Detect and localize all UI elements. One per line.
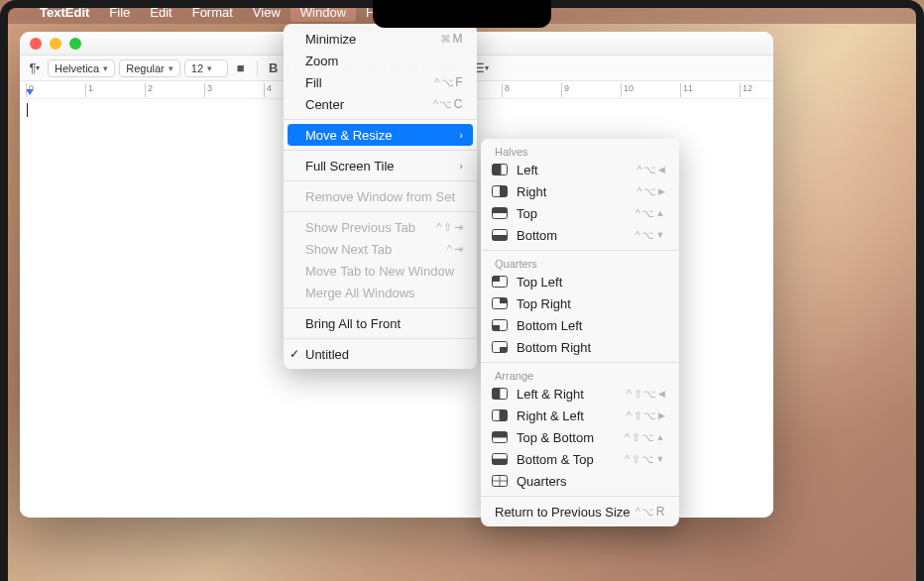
shortcut-label: ^⇧⌥▲ [625, 431, 665, 444]
ruler-tick: 11 [680, 83, 693, 97]
half-left-icon [491, 163, 509, 176]
quarters-icon [491, 474, 509, 488]
shortcut-label: ^⇥ [447, 243, 463, 256]
menu-item-remove-window-from-set: Remove Window from Set [284, 185, 477, 207]
shortcut-label: ^⌥▶ [636, 185, 665, 198]
submenu-item-top[interactable]: Top^⌥▲ [481, 202, 679, 224]
menu-edit[interactable]: Edit [140, 3, 181, 22]
ruler-tick: 12 [740, 83, 752, 97]
menu-format[interactable]: Format [182, 3, 243, 22]
menu-item-center[interactable]: Center^⌥C [284, 93, 477, 115]
submenu-item-quarters[interactable]: Quarters [481, 470, 679, 492]
font-family-select[interactable]: Helvetica▾ [48, 59, 115, 77]
menu-item-minimize[interactable]: Minimize⌘M [284, 28, 477, 50]
shortcut-label: ^⌥R [635, 505, 665, 519]
submenu-section-halves: Halves [481, 143, 679, 159]
menu-view[interactable]: View [243, 3, 290, 22]
menu-item-zoom[interactable]: Zoom [284, 50, 477, 71]
submenu-item-bottom-right[interactable]: Bottom Right [481, 336, 679, 358]
font-weight-label: Regular [126, 62, 165, 74]
shortcut-label: ^⌥▲ [635, 207, 665, 220]
text-cursor [27, 103, 28, 117]
menu-item-move-tab-to-new-window: Move Tab to New Window [284, 260, 477, 282]
submenu-item-bottom-top[interactable]: Bottom & Top^⇧⌥▼ [481, 448, 679, 470]
traffic-lights [30, 38, 81, 50]
ruler-tick: 4 [264, 83, 272, 97]
shortcut-label: ^⌥▼ [635, 229, 665, 242]
maximize-button[interactable] [69, 38, 81, 50]
menu-window[interactable]: Window [290, 3, 356, 22]
menu-item-show-previous-tab: Show Previous Tab^⇧⇥ [284, 216, 477, 238]
menu-item-untitled[interactable]: ✓Untitled [284, 343, 477, 365]
bold-icon[interactable]: B [265, 59, 283, 77]
ruler-tick: 10 [621, 83, 634, 97]
menu-item-bring-all-to-front[interactable]: Bring All to Front [284, 312, 477, 334]
window-menu-dropdown: Minimize⌘MZoomFill^⌥FCenter^⌥CMove & Res… [284, 24, 477, 369]
close-button[interactable] [30, 38, 42, 50]
submenu-item-top-left[interactable]: Top Left [481, 271, 679, 292]
shortcut-label: ^⌥F [434, 75, 463, 89]
submenu-section-arrange: Arrange [481, 367, 679, 383]
ruler-tick: 0 [26, 83, 34, 97]
half-bottom-icon [491, 228, 509, 242]
menu-file[interactable]: File [99, 3, 140, 22]
shortcut-label: ^⇧⌥▼ [625, 453, 665, 466]
text-color-icon[interactable]: ■ [232, 59, 250, 77]
shortcut-label: ^⇧⌥◀ [627, 388, 665, 401]
ruler-tick: 3 [204, 83, 212, 97]
shortcut-label: ^⇧⌥▶ [627, 409, 665, 422]
chevron-right-icon: › [459, 129, 463, 141]
submenu-item-top-right[interactable]: Top Right [481, 292, 679, 314]
chevron-right-icon: › [459, 160, 463, 172]
app-menu-textedit[interactable]: TextEdit [30, 3, 99, 22]
ruler-tick: 1 [85, 83, 93, 97]
ruler-tick: 9 [561, 83, 569, 97]
half-right-icon [491, 184, 509, 198]
submenu-item-right-left[interactable]: Right & Left^⇧⌥▶ [481, 405, 679, 426]
half-top-icon [491, 206, 509, 220]
check-icon: ✓ [289, 347, 299, 361]
ruler-tick: 8 [502, 83, 510, 97]
submenu-item-right[interactable]: Right^⌥▶ [481, 180, 679, 202]
menu-item-move-resize[interactable]: Move & Resize› [288, 124, 473, 146]
font-size-select[interactable]: 12▾ [184, 59, 228, 77]
menu-item-full-screen-tile[interactable]: Full Screen Tile› [284, 155, 477, 176]
arr-bt-icon [491, 452, 509, 466]
q-tr-icon [491, 296, 509, 310]
submenu-item-left[interactable]: Left^⌥◀ [481, 159, 679, 180]
minimize-button[interactable] [50, 38, 61, 50]
arr-tb-icon [491, 430, 509, 444]
menu-item-merge-all-windows: Merge All Windows [284, 282, 477, 303]
menu-item-show-next-tab: Show Next Tab^⇥ [284, 238, 477, 260]
font-family-label: Helvetica [55, 62, 99, 74]
q-tl-icon [491, 275, 509, 289]
q-br-icon [491, 340, 509, 354]
submenu-section-quarters: Quarters [481, 255, 679, 271]
submenu-item-bottom-left[interactable]: Bottom Left [481, 314, 679, 336]
submenu-item-bottom[interactable]: Bottom^⌥▼ [481, 224, 679, 246]
shortcut-label: ^⌥◀ [636, 164, 665, 176]
submenu-item-left-right[interactable]: Left & Right^⇧⌥◀ [481, 383, 679, 405]
paragraph-style-icon[interactable]: ¶▾ [26, 59, 44, 77]
submenu-item-return-to-previous-size[interactable]: Return to Previous Size^⌥R [481, 501, 679, 523]
font-weight-select[interactable]: Regular▾ [119, 59, 180, 77]
arr-rl-icon [491, 408, 509, 422]
display-notch [373, 0, 551, 28]
shortcut-label: ⌘M [440, 32, 463, 46]
font-size-label: 12 [191, 62, 203, 74]
submenu-item-top-bottom[interactable]: Top & Bottom^⇧⌥▲ [481, 426, 679, 448]
shortcut-label: ^⌥C [433, 97, 463, 111]
q-bl-icon [491, 318, 509, 332]
arr-lr-icon [491, 387, 509, 401]
ruler-tick: 2 [145, 83, 153, 97]
shortcut-label: ^⇧⇥ [436, 221, 463, 234]
menu-item-fill[interactable]: Fill^⌥F [284, 71, 477, 93]
move-resize-submenu: HalvesLeft^⌥◀Right^⌥▶Top^⌥▲Bottom^⌥▼Quar… [481, 139, 679, 526]
